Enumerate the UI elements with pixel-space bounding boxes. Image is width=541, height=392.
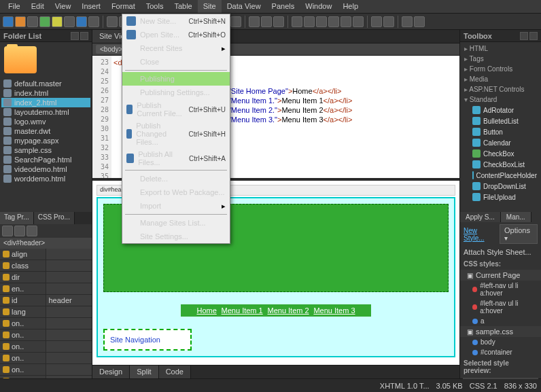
menu-item-publish-all-files-[interactable]: Publish All Files...Ctrl+Shift+A <box>122 148 230 168</box>
menu-panels[interactable]: Panels <box>266 0 300 13</box>
toolbar-icon[interactable] <box>52 16 63 27</box>
toolbar-icon[interactable] <box>76 16 87 27</box>
property-row[interactable]: align <box>0 249 92 260</box>
tag-tool-icon[interactable] <box>27 226 37 236</box>
toolbox-section[interactable]: ASP.NET Controls <box>461 84 540 94</box>
file-item[interactable]: index.html <box>1 88 90 98</box>
menu-site[interactable]: Site <box>198 0 222 13</box>
property-row[interactable]: on.. <box>0 376 92 378</box>
tag-tab[interactable]: CSS Pro... <box>34 212 75 224</box>
toolbox-section-standard[interactable]: Standard <box>461 94 540 105</box>
tag-tool-icon[interactable] <box>14 226 25 236</box>
folder-icon[interactable] <box>4 46 37 73</box>
menu-item-publishing-settings-[interactable]: Publishing Settings... <box>122 86 230 99</box>
file-item[interactable]: worddemo.html <box>1 174 90 183</box>
toolbox-section[interactable]: Media <box>461 74 540 84</box>
toolbar-icon[interactable] <box>341 16 351 27</box>
toolbar-icon[interactable] <box>88 16 99 27</box>
property-row[interactable]: en.. <box>0 283 92 295</box>
file-item[interactable]: master.dwt <box>1 126 90 136</box>
file-item[interactable]: logo.wmv <box>1 117 90 126</box>
css-rule[interactable]: body <box>460 337 541 347</box>
menu-view[interactable]: View <box>50 0 77 13</box>
panel-close-icon[interactable] <box>529 32 538 40</box>
menu-file[interactable]: File <box>3 0 26 13</box>
property-row[interactable]: idheader <box>0 295 92 306</box>
menu-item-publish-changed-files-[interactable]: Publish Changed Files...Ctrl+Shift+H <box>122 120 230 148</box>
toolbar-icon[interactable] <box>249 16 260 27</box>
file-item[interactable]: index_2.html <box>1 98 90 107</box>
toolbar-icon[interactable] <box>27 16 38 27</box>
menu-table[interactable]: Table <box>169 0 197 13</box>
nav-menu[interactable]: Home Menu Item 1 Menu Item 2 Menu Item 3 <box>181 304 371 317</box>
property-row[interactable]: on.. <box>0 353 92 364</box>
menu-item-export-to-web-package-[interactable]: Export to Web Package... <box>122 185 230 199</box>
view-tab-split[interactable]: Split <box>130 366 158 378</box>
toolbar-icon[interactable] <box>64 16 75 27</box>
property-row[interactable]: on.. <box>0 364 92 376</box>
new-style-link[interactable]: New Style... <box>464 227 497 242</box>
styles-tab[interactable]: Man... <box>501 212 531 222</box>
menu-edit[interactable]: Edit <box>26 0 50 13</box>
menu-item-new-site-[interactable]: New Site...Ctrl+Shift+N <box>122 14 230 28</box>
file-item[interactable]: default.master <box>1 79 90 88</box>
toolbar-icon[interactable] <box>292 16 302 27</box>
panel-pin-icon[interactable] <box>520 32 528 40</box>
file-item[interactable]: videodemo.html <box>1 164 90 174</box>
property-row[interactable]: dir <box>0 272 92 283</box>
toolbar-icon[interactable] <box>383 16 394 27</box>
menu-item-delete-[interactable]: Delete... <box>122 172 230 185</box>
menu-tools[interactable]: Tools <box>141 0 169 13</box>
toolbar-icon[interactable] <box>371 16 382 27</box>
toolbox-control[interactable]: Calendar <box>461 137 540 148</box>
toolbox-control[interactable]: CheckBox <box>461 148 540 159</box>
property-row[interactable]: on.. <box>0 318 92 329</box>
stylesheet-group[interactable]: ▣ sample.css <box>460 326 541 337</box>
css-rule[interactable]: #left-nav ul li a:hover <box>460 281 541 298</box>
toolbar-icon[interactable] <box>414 16 425 27</box>
current-page-group[interactable]: ▣ Current Page <box>460 270 541 281</box>
toolbar-icon[interactable] <box>402 16 413 27</box>
toolbar-icon[interactable] <box>316 16 327 27</box>
toolbar-icon[interactable] <box>273 16 284 27</box>
file-item[interactable]: sample.css <box>1 145 90 155</box>
toolbar-icon[interactable] <box>328 16 339 27</box>
menu-item-import[interactable]: Import▸ <box>122 199 230 213</box>
property-row[interactable]: on.. <box>0 329 92 341</box>
toolbar-icon[interactable] <box>15 16 26 27</box>
view-tab-design[interactable]: Design <box>92 366 130 378</box>
toolbox-section[interactable]: HTML <box>461 43 540 54</box>
menu-format[interactable]: Format <box>106 0 141 13</box>
file-item[interactable]: layoutdemo.html <box>1 107 90 117</box>
menu-item-publishing[interactable]: Publishing <box>122 72 230 86</box>
menu-item-recent-sites[interactable]: Recent Sites▸ <box>122 41 230 55</box>
toolbar-icon[interactable] <box>304 16 315 27</box>
toolbar-icon[interactable] <box>3 16 14 27</box>
tag-tab[interactable]: Tag Pr... <box>0 212 34 224</box>
toolbox-control[interactable]: BulletedList <box>461 115 540 126</box>
tag-tool-icon[interactable] <box>2 226 13 236</box>
nav-link[interactable]: Home <box>196 306 216 315</box>
toolbox-section[interactable]: Tags <box>461 54 540 64</box>
css-rule[interactable]: #container <box>460 347 541 357</box>
toolbar-icon[interactable] <box>107 16 118 27</box>
toolbar-icon[interactable] <box>353 16 364 27</box>
toolbox-control[interactable]: DropDownList <box>461 181 540 192</box>
menu-item-close[interactable]: Close <box>122 55 230 69</box>
toolbar-icon[interactable] <box>39 16 50 27</box>
toolbox-control[interactable]: FileUpload <box>461 192 540 202</box>
nav-link[interactable]: Menu Item 3 <box>313 306 355 315</box>
menu-item-publish-current-file-[interactable]: Publish Current File...Ctrl+Shift+U <box>122 99 230 120</box>
property-row[interactable]: lang <box>0 306 92 318</box>
menu-help[interactable]: Help <box>337 0 364 13</box>
view-tab-code[interactable]: Code <box>159 366 191 378</box>
toolbar-icon[interactable] <box>261 16 272 27</box>
panel-pin-icon[interactable] <box>71 32 79 40</box>
menu-data-view[interactable]: Data View <box>222 0 266 13</box>
toolbox-section[interactable]: Form Controls <box>461 64 540 74</box>
menu-item-open-site-[interactable]: Open Site...Ctrl+Shift+O <box>122 28 230 41</box>
menu-item-site-settings-[interactable]: Site Settings... <box>122 230 230 243</box>
nav-link[interactable]: Menu Item 2 <box>267 306 309 315</box>
css-rule[interactable]: #left-nav ul li a:hover <box>460 298 541 316</box>
menu-insert[interactable]: Insert <box>76 0 106 13</box>
